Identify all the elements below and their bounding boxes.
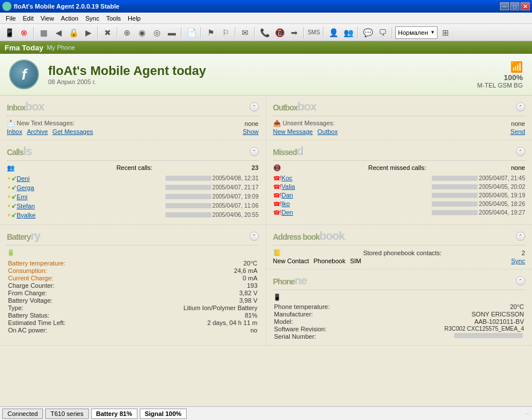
fma-label: Fma Today [5, 43, 44, 52]
right-bottom-col: Address bookbook ⌃ 📒 Stored phonebook co… [266, 225, 533, 346]
call-name-1[interactable]: Gerga [17, 184, 164, 191]
toolbar-flag2-btn[interactable]: ⚐ [219, 26, 232, 39]
missed-name-4[interactable]: Den [282, 209, 431, 216]
call-name-0[interactable]: Deni [17, 175, 164, 182]
phone-icon-row: 📱 [273, 294, 526, 301]
missed-number-3 [432, 201, 478, 207]
toolbar-call2-btn[interactable]: 📵 [273, 26, 286, 39]
call-icon-0: ↙ [11, 175, 17, 182]
outbox-collapse-btn[interactable]: ⌃ [516, 102, 525, 112]
new-message-link[interactable]: New Message [273, 128, 313, 135]
address-book-collapse-btn[interactable]: ⌃ [516, 232, 525, 241]
toolbar-delete-btn[interactable]: ✖ [101, 26, 115, 39]
menu-help[interactable]: Help [124, 14, 144, 23]
toolbar-flag-btn[interactable]: ⚑ [204, 26, 218, 39]
star-icon-4: ✦ [7, 212, 11, 218]
sim-link[interactable]: SIM [350, 257, 361, 264]
stored-contacts-row: 📒 Stored phonebook contacts: 2 [273, 249, 526, 256]
menu-edit[interactable]: Edit [19, 14, 37, 23]
app-icon [2, 2, 11, 11]
show-link[interactable]: Show [243, 128, 259, 135]
toolbar-stop-btn[interactable]: ⊗ [17, 26, 31, 39]
maximize-button[interactable]: □ [510, 2, 519, 10]
title-bar: floAt's Mobile Agent 2.0.0.19 Stable ─ □… [0, 0, 532, 13]
phone-section: Phonene ⌃ 📱 Phone temperature: 20°C [266, 270, 533, 346]
phone-serial-label: Serial Number: [274, 333, 316, 340]
inbox-messages-row: 📩 New Text Messages: none [7, 120, 259, 127]
toolbar-people-btn[interactable]: 👥 [341, 26, 355, 39]
phone-sw-value: R3C002 CXC125575_EMEA_4 [444, 326, 524, 332]
close-button[interactable]: ✕ [521, 2, 530, 10]
status-signal[interactable]: Signal 100% [140, 409, 187, 419]
status-battery[interactable]: Battery 81% [91, 409, 137, 419]
toolbar-msg-btn[interactable]: ✉ [238, 26, 252, 39]
status-connected[interactable]: Connected [2, 409, 43, 419]
missed-number-4 [432, 210, 478, 215]
toolbar-call-btn[interactable]: 📞 [258, 26, 271, 39]
phone-sw-row: Software Revision: R3C002 CXC125575_EMEA… [273, 326, 526, 332]
sync-link[interactable]: Sync [511, 257, 525, 264]
menu-sync[interactable]: Sync [82, 14, 103, 23]
inbox-messages-value: none [245, 120, 258, 127]
missed-time-2: 2005/04/05, 19:19 [479, 192, 525, 199]
outbox-link[interactable]: Outbox [317, 128, 337, 135]
inbox-link[interactable]: Inbox [7, 128, 22, 135]
phone-serial-value [454, 333, 523, 338]
phone-collapse-btn[interactable]: ⌃ [516, 276, 525, 286]
toolbar-back-btn[interactable]: ◀ [52, 26, 65, 39]
menu-view[interactable]: View [37, 14, 58, 23]
archive-link[interactable]: Archive [27, 128, 48, 135]
call-name-3[interactable]: Stefan [17, 203, 164, 209]
toolbar-grid-btn[interactable]: ▦ [37, 26, 50, 39]
toolbar-circle1-btn[interactable]: ◉ [135, 26, 149, 39]
missed-name-2[interactable]: Dan [282, 192, 431, 199]
phone-temp-label: Phone temperature: [274, 303, 330, 310]
toolbar-chat2-btn[interactable]: 🗨 [376, 26, 389, 39]
missed-name-3[interactable]: Iko [282, 200, 431, 207]
status-dots: ··· [525, 411, 530, 417]
recent-missed-row: 📵 Recent missed calls: none [273, 164, 526, 172]
phonebook-link[interactable]: Phonebook [313, 257, 345, 264]
missed-number-0 [432, 176, 478, 181]
toolbar-square-btn[interactable]: ▬ [165, 26, 179, 39]
toolbar-forward-btn[interactable]: ▶ [81, 26, 95, 39]
missed-name-0[interactable]: Koc [282, 175, 431, 181]
missed-name-1[interactable]: Valia [282, 183, 431, 190]
menu-tools[interactable]: Tools [103, 14, 124, 23]
battery-section: Batteryry ⌃ 🔋 Battery temperature: 20°C … [0, 225, 266, 346]
calls-collapse-btn[interactable]: ⌃ [250, 147, 259, 156]
battery-title-bg: Batteryry [7, 229, 250, 243]
send-link[interactable]: Send [510, 128, 525, 135]
battery-ac-label: On AC power: [8, 327, 47, 334]
toolbar-doc-btn[interactable]: 📄 [184, 26, 198, 39]
new-contact-link[interactable]: New Contact [273, 257, 309, 264]
battery-counter-row: Charge Counter: 193 [7, 282, 259, 289]
header-area: f floAt's Mobile Agent today 08 Април 20… [0, 54, 532, 96]
call-name-4[interactable]: Byalke [17, 212, 164, 219]
toolbar-extra-btn[interactable]: ⊞ [439, 26, 452, 39]
minimize-button[interactable]: ─ [500, 2, 509, 10]
toolbar-circle2-btn[interactable]: ◎ [150, 26, 164, 39]
missed-collapse-btn[interactable]: ⌃ [516, 147, 525, 156]
toolbar-phone-btn[interactable]: 📱 [2, 26, 16, 39]
toolbar-person-btn[interactable]: 👤 [326, 26, 340, 39]
address-book-title-bg: Address bookbook [273, 229, 517, 243]
get-messages-link[interactable]: Get Messages [53, 128, 93, 135]
battery-collapse-btn[interactable]: ⌃ [250, 232, 259, 241]
inbox-collapse-btn[interactable]: ⌃ [250, 102, 259, 112]
toolbar-dropdown[interactable]: Нормален ▼ [395, 26, 438, 39]
toolbar-chat-btn[interactable]: 💬 [361, 26, 375, 39]
menu-file[interactable]: File [2, 14, 19, 23]
menu-action[interactable]: Action [57, 14, 82, 23]
toolbar-arrow-btn[interactable]: ➡ [287, 26, 301, 39]
missed-icon-1: ☎ [273, 184, 280, 190]
battery-icon-row: 🔋 [7, 249, 259, 256]
toolbar-lock-btn[interactable]: 🔒 [66, 26, 80, 39]
toolbar-copy-btn[interactable]: ⊕ [120, 26, 134, 39]
call-name-2[interactable]: Emi [17, 193, 164, 200]
toolbar-sms-btn[interactable]: SMS [307, 26, 321, 39]
dropdown-value: Нормален [398, 29, 428, 36]
battery-from-label: From Charge: [8, 290, 47, 296]
status-t610[interactable]: T610 series [45, 409, 88, 419]
app-date: 08 Април 2005 г. [48, 78, 206, 85]
